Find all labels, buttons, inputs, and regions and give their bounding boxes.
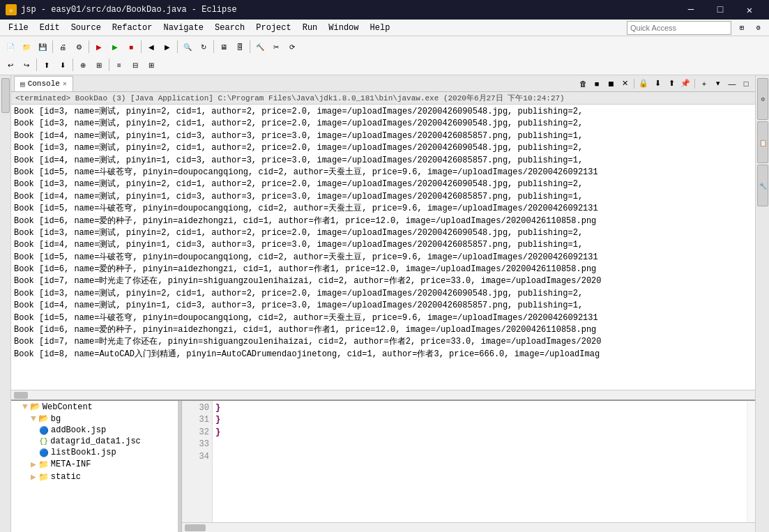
minimize-button[interactable]: ─ xyxy=(677,0,705,20)
editor-h-scrollbar[interactable] xyxy=(182,522,755,532)
format-button[interactable]: ≡ xyxy=(112,57,127,73)
terminated-text: <terminated> BookDao (3) [Java Applicati… xyxy=(15,94,565,102)
console-scroll-lock-button[interactable]: 🔒 xyxy=(637,77,650,90)
tree-item-static[interactable]: ▶ 📁 static xyxy=(11,471,178,483)
console-line: Book [id=3, name=测试, pinyin=2, cid=1, au… xyxy=(14,288,752,300)
console-line: Book [id=5, name=斗破苍穹, pinyin=doupocangq… xyxy=(14,203,752,215)
build-button[interactable]: 🔨 xyxy=(252,39,268,54)
console-line: Book [id=4, name=测试, pinyin=1, cid=3, au… xyxy=(14,300,752,312)
prev-annot-button[interactable]: ⬆ xyxy=(39,57,54,73)
properties-button[interactable]: ⚙ xyxy=(71,39,86,54)
next-annot-button[interactable]: ⬇ xyxy=(55,57,70,73)
tree-item-WebContent[interactable]: ▼ 📂 WebContent xyxy=(11,401,178,413)
console-menu-button[interactable]: ▾ xyxy=(712,77,724,90)
menu-navigate[interactable]: Navigate xyxy=(158,22,209,34)
view-menu-button[interactable]: ⚙ xyxy=(751,20,766,36)
console-line: Book [id=8, name=AutoCAD入门到精通, pinyin=Au… xyxy=(14,349,752,360)
line-number-31: 31 xyxy=(185,414,209,426)
console-scroll-top-button[interactable]: ⬆ xyxy=(665,77,678,90)
right-sidebar-btn-3[interactable]: 🔧 xyxy=(757,165,768,206)
search-button[interactable]: 🔍 xyxy=(180,39,195,54)
code-line-31: } xyxy=(215,414,744,426)
refresh-button[interactable]: ↻ xyxy=(196,39,211,54)
maximize-button[interactable]: □ xyxy=(706,0,734,20)
menu-window[interactable]: Window xyxy=(323,22,364,34)
menu-run[interactable]: Run xyxy=(297,22,323,34)
compare-button[interactable]: ⊕ xyxy=(75,57,91,73)
back-button[interactable]: ◀ xyxy=(144,39,159,54)
console-tab-bar: ▤ Console ✕ 🗑 ■ ⏹ ✕ 🔒 ⬇ ⬆ 📌 + xyxy=(11,75,755,92)
console-minimize-button[interactable]: — xyxy=(726,77,738,90)
line-number-30: 30 xyxy=(185,402,209,414)
menu-project[interactable]: Project xyxy=(250,22,296,34)
console-tab-icon: ▤ xyxy=(20,79,25,89)
tree-item-listBook1-jsp[interactable]: 🔵 listBook1.jsp xyxy=(11,447,178,458)
console-disconnect-button[interactable]: ⏹ xyxy=(604,77,617,90)
line-number-33: 33 xyxy=(185,439,209,450)
console-tab-close[interactable]: ✕ xyxy=(63,79,67,88)
code-minimap xyxy=(747,401,755,522)
console-pin-button[interactable]: 📌 xyxy=(679,77,692,90)
open-perspective-button[interactable]: ⊞ xyxy=(734,20,749,36)
toolbar: 📄 📁 💾 🖨 ⚙ ▶ ▶ ■ ◀ ▶ 🔍 ↻ 🖥 🗄 🔨 ✂ ⟳ ↩ ↪ ⬆ … xyxy=(0,36,769,75)
left-sidebar-handle[interactable] xyxy=(1,78,10,113)
main-area: ▤ Console ✕ 🗑 ■ ⏹ ✕ 🔒 ⬇ ⬆ 📌 + xyxy=(0,75,769,532)
menu-file[interactable]: File xyxy=(3,22,34,34)
collapse-button[interactable]: ⊟ xyxy=(128,57,143,73)
menu-refactor[interactable]: Refactor xyxy=(107,22,158,34)
console-h-scrollbar[interactable] xyxy=(11,390,755,400)
menu-source[interactable]: Source xyxy=(66,22,107,34)
console-remove-button[interactable]: ✕ xyxy=(618,77,631,90)
tree-item-datagrid_data1-jsc[interactable]: {} datagrid_data1.jsc xyxy=(11,436,178,447)
editor-scrollbar-thumb-h[interactable] xyxy=(185,524,206,531)
db-button[interactable]: 🗄 xyxy=(232,39,248,54)
quick-access-input[interactable] xyxy=(627,21,731,35)
line-number-32: 32 xyxy=(185,427,209,439)
debug-button[interactable]: ▶ xyxy=(91,39,107,54)
center-area: ▤ Console ✕ 🗑 ■ ⏹ ✕ 🔒 ⬇ ⬆ 📌 + xyxy=(11,75,755,532)
console-line: Book [id=4, name=测试, pinyin=1, cid=3, au… xyxy=(14,191,752,203)
right-sidebar-btn-2[interactable]: 📋 xyxy=(757,121,768,163)
tree-item-label: datagrid_data1.jsc xyxy=(50,436,141,446)
update-button[interactable]: ⟳ xyxy=(284,39,300,54)
console-line: Book [id=6, name=爱的种子, pinyin=aidezhongz… xyxy=(14,264,752,275)
console-scroll-end-button[interactable]: ⬇ xyxy=(651,77,664,90)
close-button[interactable]: ✕ xyxy=(736,0,763,20)
quick-access-area: ⊞ ⚙ xyxy=(627,20,766,36)
menu-edit[interactable]: Edit xyxy=(34,22,66,34)
console-maximize-button[interactable]: □ xyxy=(740,77,752,90)
server-button[interactable]: 🖥 xyxy=(216,39,231,54)
console-line: Book [id=4, name=测试, pinyin=1, cid=3, au… xyxy=(14,130,752,142)
console-output[interactable]: Book [id=3, name=测试, pinyin=2, cid=1, au… xyxy=(11,105,755,390)
tree-item-META-INF[interactable]: ▶ 📁 META-INF xyxy=(11,458,178,471)
save-button[interactable]: 💾 xyxy=(35,39,50,54)
tree-item-addBook-jsp[interactable]: 🔵 addBook.jsp xyxy=(11,425,178,436)
redo-button[interactable]: ↪ xyxy=(19,57,34,73)
new-button[interactable]: 📄 xyxy=(3,39,18,54)
console-toolbar: 🗑 ■ ⏹ ✕ 🔒 ⬇ ⬆ 📌 + ▾ — □ xyxy=(577,77,752,90)
code-text[interactable]: } } } xyxy=(213,401,747,522)
history-button[interactable]: ⊞ xyxy=(91,57,107,73)
console-new-button[interactable]: + xyxy=(698,77,710,90)
right-sidebar: ⚙ 📋 🔧 xyxy=(755,75,769,532)
console-line: Book [id=6, name=爱的种子, pinyin=aidezhongz… xyxy=(14,324,752,336)
console-clear-button[interactable]: 🗑 xyxy=(577,77,589,90)
toolbar-sep-6 xyxy=(250,40,250,53)
right-sidebar-btn-1[interactable]: ⚙ xyxy=(757,78,768,120)
forward-button[interactable]: ▶ xyxy=(160,39,175,54)
console-scrollbar-thumb-h[interactable] xyxy=(14,392,28,399)
run-button[interactable]: ▶ xyxy=(107,39,123,54)
expand-button[interactable]: ⊞ xyxy=(144,57,159,73)
tree-item-bg[interactable]: ▼ 📂 bg xyxy=(11,413,178,425)
console-line: Book [id=6, name=爱的种子, pinyin=aidezhongz… xyxy=(14,215,752,227)
console-terminate-button[interactable]: ■ xyxy=(591,77,603,90)
undo-button[interactable]: ↩ xyxy=(3,57,18,73)
line-numbers: 3031323334 xyxy=(182,401,213,522)
console-tab[interactable]: ▤ Console ✕ xyxy=(14,76,73,91)
stop-button[interactable]: ■ xyxy=(123,39,139,54)
open-button[interactable]: 📁 xyxy=(19,39,34,54)
clean-button[interactable]: ✂ xyxy=(268,39,284,54)
menu-search[interactable]: Search xyxy=(209,22,250,34)
print-button[interactable]: 🖨 xyxy=(55,39,70,54)
menu-help[interactable]: Help xyxy=(365,22,396,34)
